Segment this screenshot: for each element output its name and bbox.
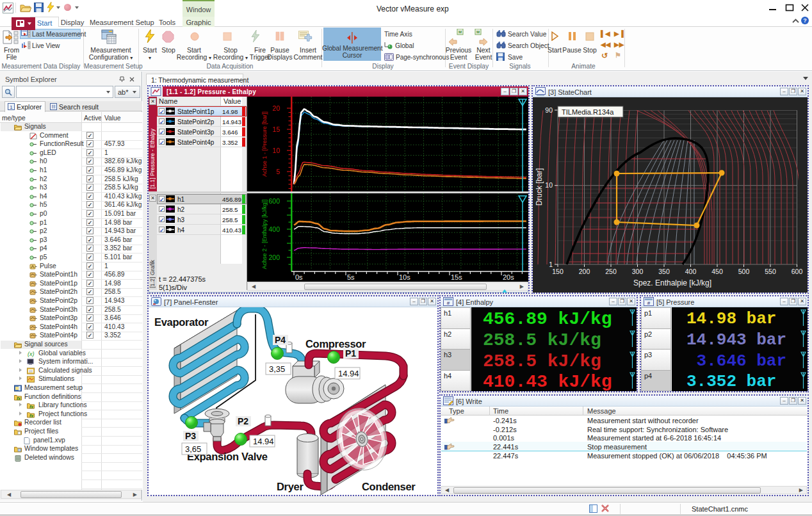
svg-text:0s: 0s [295,273,303,281]
svg-text:10s: 10s [399,273,410,281]
svg-text:20s: 20s [503,273,514,281]
svg-text:3,35: 3,35 [269,364,285,374]
svg-text:600: 600 [792,268,803,275]
svg-text:1: 1 [10,104,13,110]
svg-text:#: # [447,300,450,306]
svg-text:14.94: 14.94 [253,437,274,446]
svg-text:600: 600 [268,197,280,205]
svg-text:P2: P2 [238,416,248,426]
svg-text:Druck [bar]: Druck [bar] [535,168,544,206]
svg-text:(x): (x) [28,351,35,357]
svg-text:Spez. Enthalpie [kJ/kg]: Spez. Enthalpie [kJ/kg] [633,278,711,287]
svg-text:90: 90 [545,106,553,114]
svg-text:Condenser: Condenser [362,481,416,492]
svg-text:3,65: 3,65 [185,444,201,454]
svg-text:M: M [459,30,462,34]
svg-text:1: 1 [549,261,553,268]
svg-text:450: 450 [711,268,723,275]
svg-text:☷: ☷ [51,104,55,109]
svg-text:400: 400 [685,268,697,275]
svg-text:fx: fx [29,405,34,409]
svg-text:TILMedia.R134a: TILMedia.R134a [562,108,614,116]
svg-text:5: 5 [276,168,280,175]
svg-text:20: 20 [272,104,280,112]
svg-text:300: 300 [632,268,644,275]
svg-text:fx: fx [17,396,21,401]
svg-text:200: 200 [579,268,590,275]
svg-text:P4: P4 [275,335,286,345]
svg-text:10: 10 [545,181,553,189]
svg-text:Achse 1 - [Pressure [bar]]: Achse 1 - [Pressure [bar]] [261,111,268,177]
svg-text:Dryer: Dryer [277,481,304,492]
svg-text:P3: P3 [185,431,196,441]
svg-text:200: 200 [268,254,280,261]
svg-text:M: M [476,30,480,34]
svg-text:14.94: 14.94 [338,369,359,378]
svg-text:fx: fx [29,414,34,418]
svg-text:15s: 15s [451,273,462,281]
svg-text:15: 15 [272,125,280,133]
svg-text:Compressor: Compressor [305,338,366,350]
svg-text:550: 550 [765,268,776,275]
svg-text:250: 250 [605,268,617,275]
svg-text:5s: 5s [347,273,355,281]
svg-text:150: 150 [552,268,564,275]
svg-text:350: 350 [658,268,670,275]
svg-text:500: 500 [738,268,750,275]
svg-text:10: 10 [272,147,280,154]
svg-text:P1: P1 [345,348,356,359]
svg-text:#: # [647,300,651,306]
svg-text:400: 400 [268,225,280,233]
svg-text:Achse 2 - [Enthalpy [kJ/kg]]: Achse 2 - [Enthalpy [kJ/kg]] [261,199,268,269]
svg-text:Evaporator: Evaporator [154,316,209,328]
